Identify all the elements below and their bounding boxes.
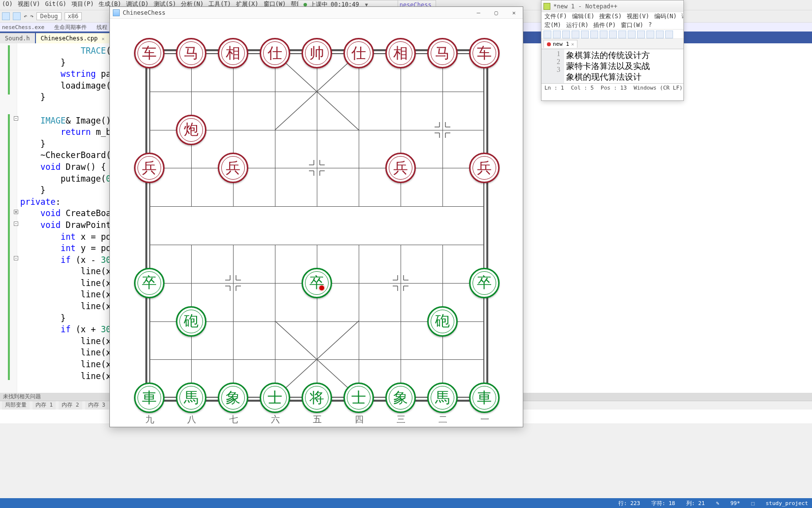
npp-titlebar[interactable]: *new 1 - Notepad++ bbox=[541, 0, 683, 12]
chess-piece-象[interactable]: 象 bbox=[385, 382, 416, 413]
config-combo[interactable]: Debug bbox=[36, 12, 61, 20]
life-events[interactable]: 生命周期事件 bbox=[54, 24, 87, 31]
vs-menu-item[interactable]: 项目(P) bbox=[71, 0, 94, 7]
chess-piece-砲[interactable]: 砲 bbox=[176, 306, 206, 337]
save-icon[interactable] bbox=[2, 12, 10, 20]
vs-editor-tab[interactable]: ChineseChess.cpp✕ bbox=[36, 33, 110, 43]
vs-bottom-tab[interactable]: 内存 1 bbox=[33, 401, 56, 410]
vs-editor-tab[interactable]: Sound.h bbox=[0, 33, 35, 43]
undo-icon[interactable]: ↶ bbox=[24, 13, 27, 20]
chess-piece-士[interactable]: 士 bbox=[260, 382, 290, 413]
npp-menu-item[interactable]: 文件(F) bbox=[544, 12, 567, 21]
fold-minus-icon[interactable]: - bbox=[14, 116, 18, 121]
chess-piece-卒[interactable]: 卒 bbox=[302, 268, 332, 298]
chess-piece-車[interactable]: 車 bbox=[469, 382, 500, 413]
chess-piece-兵[interactable]: 兵 bbox=[469, 153, 500, 183]
chess-piece-卒[interactable]: 卒 bbox=[469, 268, 500, 298]
chess-titlebar[interactable]: ChineseChess — ▢ ✕ bbox=[110, 7, 523, 19]
chess-piece-帅[interactable]: 帅 bbox=[302, 38, 332, 68]
maximize-button[interactable]: ▢ bbox=[487, 7, 505, 19]
npp-tool-icon[interactable] bbox=[553, 31, 561, 38]
chess-piece-士[interactable]: 士 bbox=[343, 382, 374, 413]
npp-statusbar: Ln : 1 Col : 5 Pos : 13 Windows (CR LF) … bbox=[541, 83, 683, 92]
chess-piece-将[interactable]: 将 bbox=[302, 382, 332, 413]
redo-icon[interactable]: ↷ bbox=[30, 13, 34, 20]
npp-menu-item[interactable]: 宏(M) bbox=[544, 21, 561, 29]
npp-menubar-2[interactable]: 宏(M)运行(R)插件(P)窗口(W)? bbox=[541, 21, 683, 29]
chess-piece-车[interactable]: 车 bbox=[469, 38, 500, 68]
recording-dot-icon bbox=[304, 3, 307, 6]
chess-piece-相[interactable]: 相 bbox=[218, 38, 248, 68]
npp-menu-item[interactable]: 插件(P) bbox=[593, 21, 616, 29]
npp-tool-icon[interactable] bbox=[581, 31, 589, 38]
chess-piece-兵[interactable]: 兵 bbox=[385, 153, 416, 183]
npp-menubar-1[interactable]: 文件(F)编辑(E)搜索(S)视图(V)编码(N)语 bbox=[541, 12, 683, 21]
npp-line: 蒙特卡洛算法以及实战 bbox=[566, 61, 681, 72]
vs-gutter[interactable]: - + - - bbox=[0, 43, 17, 393]
vs-menu-item[interactable]: (O) bbox=[2, 0, 13, 7]
chess-board[interactable]: 一二三四五六七八九九八七六五四三二一车马相仕帅仕相马车炮兵兵兵兵卒卒卒砲砲車馬象… bbox=[110, 19, 524, 427]
npp-menu-item[interactable]: 搜索(S) bbox=[599, 12, 622, 21]
npp-tool-icon[interactable] bbox=[646, 31, 654, 38]
npp-tool-icon[interactable] bbox=[543, 31, 551, 38]
notepadpp-window[interactable]: *new 1 - Notepad++ 文件(F)编辑(E)搜索(S)视图(V)编… bbox=[541, 0, 684, 101]
fold-minus-icon[interactable]: - bbox=[14, 256, 18, 260]
save-all-icon[interactable] bbox=[13, 12, 21, 20]
npp-menu-item[interactable]: 编辑(E) bbox=[572, 12, 595, 21]
npp-tool-icon[interactable] bbox=[609, 31, 617, 38]
npp-menu-item[interactable]: 语 bbox=[681, 12, 683, 21]
minimize-button[interactable]: — bbox=[470, 7, 487, 19]
npp-tool-icon[interactable] bbox=[618, 31, 626, 38]
close-tab-icon[interactable]: ✕ bbox=[102, 36, 104, 41]
npp-tool-icon[interactable] bbox=[656, 31, 664, 38]
chess-piece-仕[interactable]: 仕 bbox=[343, 38, 374, 68]
status-col: 列: 21 bbox=[686, 500, 705, 507]
npp-menu-item[interactable]: 窗口(W) bbox=[621, 21, 643, 29]
chinesechess-window[interactable]: ChineseChess — ▢ ✕ 一二三四五六七八九九八七六五四三二一车马相… bbox=[109, 6, 523, 427]
chess-piece-兵[interactable]: 兵 bbox=[134, 153, 165, 183]
chess-piece-車[interactable]: 車 bbox=[134, 382, 165, 413]
npp-editor[interactable]: 123 象棋算法的传统设计方蒙特卡洛算法以及实战象棋的现代算法设计 bbox=[541, 49, 683, 83]
chess-piece-马[interactable]: 马 bbox=[427, 38, 458, 68]
npp-tab-new1[interactable]: new 1 ✕ bbox=[543, 40, 577, 48]
chess-piece-炮[interactable]: 炮 bbox=[176, 115, 206, 145]
close-tab-icon[interactable]: ✕ bbox=[571, 41, 574, 47]
npp-tool-icon[interactable] bbox=[600, 31, 608, 38]
platform-combo[interactable]: x86 bbox=[65, 12, 82, 20]
close-button[interactable]: ✕ bbox=[505, 7, 523, 19]
npp-icon bbox=[543, 3, 550, 10]
vs-bottom-tab[interactable]: 内存 2 bbox=[59, 401, 82, 410]
chess-piece-砲[interactable]: 砲 bbox=[427, 306, 458, 337]
vs-bottom-tab[interactable]: 内存 3 bbox=[85, 401, 108, 410]
chess-piece-卒[interactable]: 卒 bbox=[134, 268, 165, 298]
vs-bottom-tab[interactable]: 局部变量 bbox=[2, 401, 30, 410]
npp-tool-icon[interactable] bbox=[665, 31, 673, 38]
npp-menu-item[interactable]: 运行(R) bbox=[566, 21, 589, 29]
npp-toolbar[interactable] bbox=[541, 29, 683, 39]
chess-piece-车[interactable]: 车 bbox=[134, 38, 165, 68]
board-file-label-bottom: 二 bbox=[439, 413, 447, 425]
chess-piece-马[interactable]: 马 bbox=[176, 38, 206, 68]
vs-menu-item[interactable]: Git(G) bbox=[45, 0, 66, 7]
npp-tool-icon[interactable] bbox=[590, 31, 598, 38]
npp-tool-icon[interactable] bbox=[572, 31, 579, 38]
chess-piece-仕[interactable]: 仕 bbox=[260, 38, 290, 68]
star-point-icon bbox=[307, 158, 327, 178]
npp-text[interactable]: 象棋算法的传统设计方蒙特卡洛算法以及实战象棋的现代算法设计 bbox=[564, 49, 683, 83]
status-chars: 字符: 18 bbox=[651, 500, 676, 507]
npp-menu-item[interactable]: 编码(N) bbox=[654, 12, 677, 21]
chess-piece-象[interactable]: 象 bbox=[218, 382, 248, 413]
chess-piece-兵[interactable]: 兵 bbox=[218, 153, 248, 183]
npp-tabs[interactable]: new 1 ✕ bbox=[541, 39, 683, 49]
fold-minus-icon[interactable]: - bbox=[14, 222, 18, 226]
fold-plus-icon[interactable]: + bbox=[14, 210, 18, 214]
chess-piece-馬[interactable]: 馬 bbox=[176, 382, 206, 413]
npp-menu-item[interactable]: ? bbox=[648, 21, 652, 29]
chess-piece-馬[interactable]: 馬 bbox=[427, 382, 458, 413]
chess-piece-相[interactable]: 相 bbox=[385, 38, 416, 68]
npp-tool-icon[interactable] bbox=[637, 31, 645, 38]
vs-menu-item[interactable]: 视图(V) bbox=[18, 0, 40, 7]
npp-tool-icon[interactable] bbox=[628, 31, 636, 38]
npp-menu-item[interactable]: 视图(V) bbox=[627, 12, 649, 21]
npp-tool-icon[interactable] bbox=[562, 31, 570, 38]
